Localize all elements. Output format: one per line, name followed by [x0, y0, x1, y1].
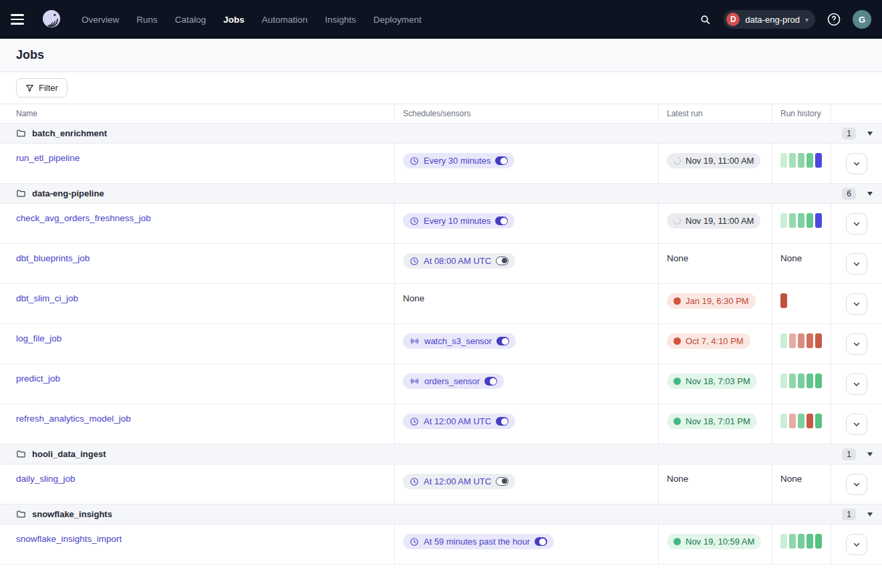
- row-expand-button[interactable]: [846, 374, 867, 395]
- latest-run-badge[interactable]: Nov 19, 10:59 AM: [667, 534, 761, 549]
- row-expand-button[interactable]: [846, 534, 867, 555]
- schedules-cell: watch_s3_sensor: [394, 324, 658, 363]
- nav-item-overview[interactable]: Overview: [82, 15, 119, 25]
- latest-run-badge[interactable]: Oct 7, 4:10 PM: [667, 333, 750, 349]
- menu-icon[interactable]: [11, 10, 29, 29]
- group-row[interactable]: batch_enrichment1: [0, 123, 882, 143]
- job-name-link[interactable]: daily_sling_job: [16, 474, 76, 484]
- job-name-link[interactable]: snowflake_insights_import: [16, 534, 122, 544]
- row-expand-button[interactable]: [846, 153, 867, 174]
- job-name-link[interactable]: check_avg_orders_freshness_job: [16, 213, 151, 223]
- run-history-bar[interactable]: [780, 333, 787, 348]
- run-history-bar[interactable]: [806, 213, 813, 228]
- latest-run-badge[interactable]: Nov 18, 7:01 PM: [667, 414, 757, 429]
- run-history-bar[interactable]: [789, 414, 796, 428]
- run-history-bar[interactable]: [798, 414, 804, 428]
- schedule-badge[interactable]: Every 10 minutes: [403, 213, 514, 229]
- run-history-bar[interactable]: [815, 534, 822, 549]
- job-name-link[interactable]: log_file_job: [16, 333, 61, 343]
- run-history-bar[interactable]: [780, 414, 787, 428]
- schedule-toggle[interactable]: [535, 537, 547, 546]
- collapse-caret-icon[interactable]: [867, 192, 873, 196]
- latest-run-badge[interactable]: Jan 19, 6:30 PM: [667, 293, 756, 309]
- dagster-logo-icon[interactable]: [39, 7, 64, 32]
- group-row[interactable]: data-eng-pipeline6: [0, 183, 882, 203]
- nav-item-catalog[interactable]: Catalog: [175, 15, 206, 25]
- row-actions-cell: [831, 324, 882, 363]
- filter-button[interactable]: Filter: [16, 78, 67, 98]
- nav-item-deployment[interactable]: Deployment: [374, 15, 422, 25]
- search-icon[interactable]: [696, 10, 714, 29]
- schedule-toggle[interactable]: [484, 377, 497, 386]
- sensor-badge[interactable]: orders_sensor: [403, 374, 504, 389]
- sensor-badge[interactable]: watch_s3_sensor: [403, 333, 516, 349]
- schedule-toggle[interactable]: [495, 216, 508, 225]
- help-icon[interactable]: [825, 10, 843, 29]
- run-history-bar[interactable]: [806, 333, 813, 348]
- run-history-bar[interactable]: [806, 374, 813, 388]
- run-history-bar[interactable]: [806, 414, 813, 428]
- row-expand-button[interactable]: [846, 293, 867, 315]
- row-expand-button[interactable]: [846, 253, 867, 275]
- schedules-cell: None: [394, 284, 658, 323]
- job-name-link[interactable]: dbt_blueprints_job: [16, 253, 90, 263]
- user-avatar[interactable]: G: [853, 10, 871, 29]
- run-history-bar[interactable]: [789, 213, 796, 228]
- deployment-switcher[interactable]: D data-eng-prod ▾: [724, 10, 815, 29]
- group-row[interactable]: hooli_data_ingest1: [0, 444, 882, 464]
- run-history-bar[interactable]: [815, 414, 822, 428]
- latest-run-cell: Nov 19, 11:00 AM: [658, 144, 772, 183]
- schedule-badge[interactable]: At 08:00 AM UTC: [403, 253, 515, 269]
- run-history-bar[interactable]: [815, 213, 822, 228]
- job-name-link[interactable]: refresh_analytics_model_job: [16, 414, 131, 424]
- latest-run-badge[interactable]: Nov 19, 11:00 AM: [667, 213, 760, 229]
- schedule-badge[interactable]: At 12:00 AM UTC: [403, 474, 515, 489]
- run-history-bar[interactable]: [815, 333, 822, 348]
- schedule-badge[interactable]: At 12:00 AM UTC: [403, 414, 515, 429]
- run-history-bar[interactable]: [806, 534, 813, 549]
- row-expand-button[interactable]: [846, 414, 867, 435]
- job-name-link[interactable]: dbt_slim_ci_job: [16, 293, 78, 303]
- schedule-toggle[interactable]: [495, 156, 508, 165]
- row-expand-button[interactable]: [846, 474, 867, 495]
- nav-item-jobs[interactable]: Jobs: [223, 15, 245, 25]
- schedule-badge[interactable]: Every 30 minutes: [403, 153, 514, 168]
- run-history-bar[interactable]: [789, 153, 796, 168]
- run-history-bar[interactable]: [780, 213, 787, 228]
- run-history-bar[interactable]: [798, 153, 804, 168]
- nav-item-automation[interactable]: Automation: [262, 15, 307, 25]
- nav-item-insights[interactable]: Insights: [325, 15, 356, 25]
- job-name-link[interactable]: predict_job: [16, 374, 60, 384]
- latest-run-badge[interactable]: Nov 18, 7:03 PM: [667, 374, 757, 389]
- run-history-bar[interactable]: [780, 374, 787, 388]
- nav-item-runs[interactable]: Runs: [136, 15, 158, 25]
- schedule-toggle[interactable]: [496, 337, 509, 345]
- run-history-bar[interactable]: [815, 374, 822, 388]
- group-name: data-eng-pipeline: [32, 188, 104, 198]
- run-history-bar[interactable]: [780, 153, 787, 168]
- collapse-caret-icon[interactable]: [867, 132, 873, 136]
- run-history-bar[interactable]: [789, 374, 796, 388]
- run-history-bar[interactable]: [780, 534, 787, 549]
- schedule-toggle[interactable]: [496, 417, 508, 426]
- run-history-bar[interactable]: [789, 333, 796, 348]
- run-history-bar[interactable]: [798, 333, 804, 348]
- column-header-run-history: Run history: [772, 104, 831, 123]
- schedule-badge[interactable]: At 59 minutes past the hour: [403, 534, 554, 549]
- run-history-bar[interactable]: [798, 374, 804, 388]
- latest-run-badge[interactable]: Nov 19, 11:00 AM: [667, 153, 760, 168]
- collapse-caret-icon[interactable]: [867, 512, 873, 517]
- collapse-caret-icon[interactable]: [867, 452, 873, 456]
- run-history-bar[interactable]: [815, 153, 822, 168]
- schedule-toggle[interactable]: [496, 257, 508, 265]
- run-history-bar[interactable]: [806, 153, 813, 168]
- row-expand-button[interactable]: [846, 333, 867, 355]
- run-history-bar[interactable]: [798, 534, 804, 549]
- run-history-bar[interactable]: [798, 213, 804, 228]
- run-history-bar[interactable]: [789, 534, 796, 549]
- job-name-link[interactable]: run_etl_pipeline: [16, 153, 80, 163]
- run-history-bar[interactable]: [780, 293, 787, 308]
- group-row[interactable]: snowflake_insights1: [0, 504, 882, 524]
- schedule-toggle[interactable]: [496, 477, 508, 486]
- row-expand-button[interactable]: [846, 213, 867, 235]
